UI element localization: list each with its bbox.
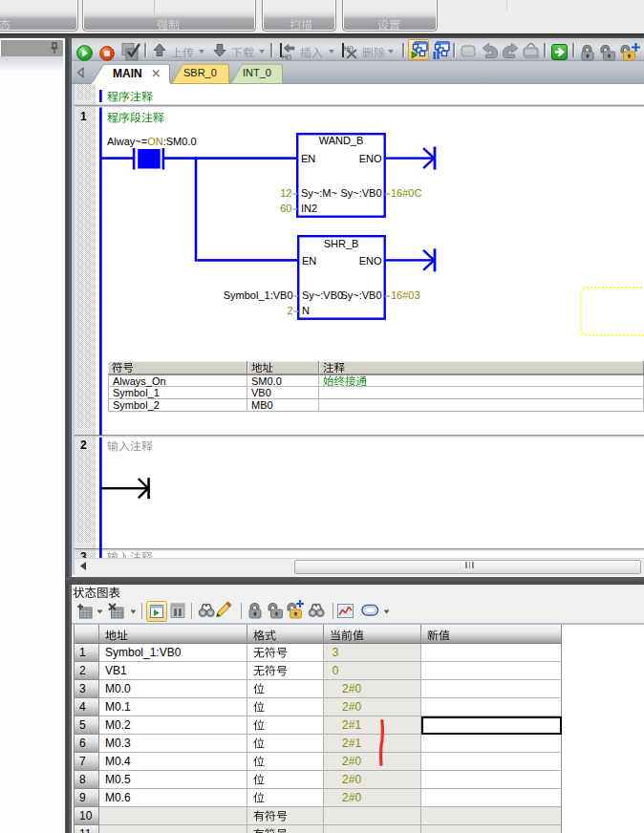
svg-text:SHR_B: SHR_B [324, 238, 359, 249]
svg-text:IN2: IN2 [301, 203, 317, 214]
svg-text:Alway~=ON:SM0.0: Alway~=ON:SM0.0 [107, 136, 197, 147]
svg-text:EN: EN [302, 255, 316, 267]
svg-text:Sy~:M~: Sy~:M~ [301, 187, 337, 199]
svg-text:2: 2 [287, 305, 292, 316]
svg-text:N: N [302, 305, 310, 316]
svg-text:Sy~:VB0: Sy~:VB0 [340, 289, 381, 301]
svg-text:Symbol_1:VB0: Symbol_1:VB0 [224, 289, 293, 301]
svg-text:WAND_B: WAND_B [319, 135, 364, 146]
svg-text:16#03: 16#03 [391, 289, 420, 301]
svg-text:INT_0: INT_0 [243, 67, 271, 78]
svg-text:EN: EN [301, 153, 315, 164]
svg-text:SBR_0: SBR_0 [183, 67, 217, 78]
svg-text:16#0C: 16#0C [391, 187, 421, 199]
svg-text:MAIN: MAIN [113, 67, 142, 80]
svg-text:60: 60 [280, 203, 291, 214]
svg-text:H(): H() [282, 53, 291, 60]
svg-text:ENO: ENO [359, 153, 382, 164]
svg-text:12: 12 [280, 187, 291, 199]
svg-text:Sy~:VB0: Sy~:VB0 [340, 187, 381, 199]
svg-text:ENO: ENO [359, 255, 382, 267]
svg-text:Sy~:VB0: Sy~:VB0 [302, 289, 343, 301]
